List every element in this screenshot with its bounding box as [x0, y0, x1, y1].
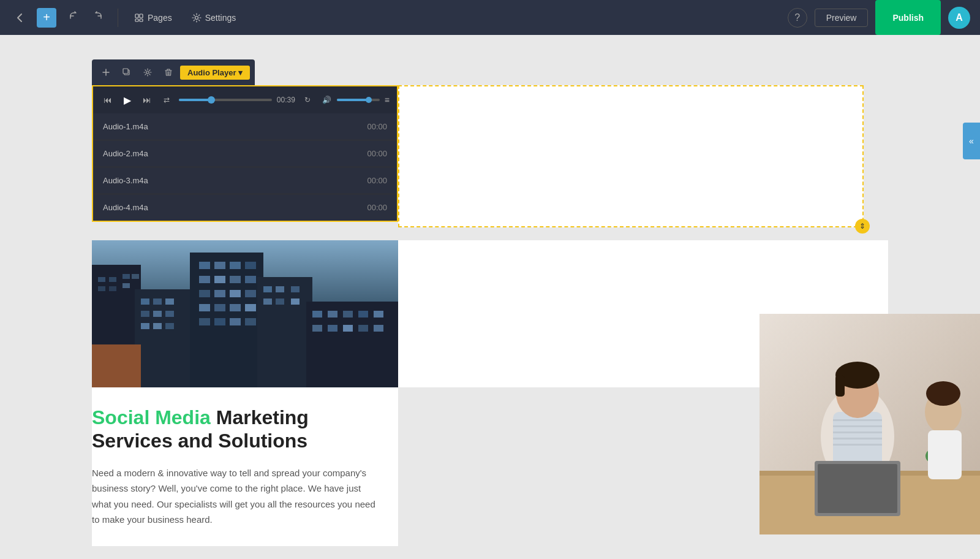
- audio-track-item-3[interactable]: Audio-3.m4a 00:00: [93, 167, 397, 194]
- svg-point-4: [195, 16, 198, 19]
- help-button[interactable]: ?: [788, 8, 807, 28]
- svg-rect-37: [199, 290, 210, 297]
- audio-track-list: Audio-1.m4a 00:00 Audio-2.m4a 00:00 Audi…: [93, 113, 397, 221]
- volume-button[interactable]: 🔊: [320, 93, 334, 107]
- undo-redo-group: [64, 7, 108, 28]
- avatar[interactable]: A: [948, 7, 970, 29]
- progress-fill: [179, 99, 211, 101]
- svg-rect-55: [291, 299, 300, 305]
- settings-label: Settings: [205, 13, 236, 23]
- svg-rect-22: [141, 311, 149, 317]
- widget-delete-button[interactable]: [159, 63, 178, 82]
- player-controls: ⏮ ▶ ⏭ ⇄ 00:39 ↻ 🔊: [93, 86, 397, 113]
- content-drop-zone[interactable]: ⇕: [398, 85, 864, 227]
- svg-rect-66: [358, 325, 368, 332]
- text-content-block: Social Media Marketing Services and Solu…: [92, 387, 398, 546]
- svg-rect-67: [374, 325, 383, 332]
- svg-rect-63: [312, 325, 322, 332]
- volume-section: 🔊: [320, 93, 380, 107]
- publish-button[interactable]: Publish: [875, 0, 941, 35]
- playlist-button[interactable]: ≡: [385, 95, 390, 105]
- svg-rect-11: [98, 277, 105, 282]
- audio-player-label-button[interactable]: Audio Player ▾: [180, 66, 250, 80]
- undo-button[interactable]: [64, 7, 85, 28]
- widget-settings-icon-button[interactable]: [138, 63, 157, 82]
- svg-rect-34: [214, 276, 225, 283]
- svg-rect-36: [245, 276, 256, 283]
- back-button[interactable]: [10, 8, 29, 28]
- resize-handle[interactable]: ⇕: [855, 219, 870, 234]
- right-content-column: [398, 240, 888, 546]
- svg-rect-47: [230, 318, 241, 325]
- svg-point-88: [926, 381, 960, 406]
- svg-rect-42: [214, 304, 225, 311]
- pages-button[interactable]: Pages: [128, 9, 178, 26]
- svg-rect-29: [199, 262, 210, 269]
- svg-rect-75: [833, 432, 882, 433]
- dropdown-icon: ▾: [238, 68, 243, 77]
- page-content-section: Social Media Marketing Services and Solu…: [0, 240, 980, 546]
- sidebar-toggle-button[interactable]: «: [963, 123, 980, 159]
- svg-rect-76: [833, 438, 882, 439]
- audio-track-item-1[interactable]: Audio-1.m4a 00:00: [93, 113, 397, 140]
- audio-track-item-2[interactable]: Audio-2.m4a 00:00: [93, 140, 397, 167]
- svg-rect-1: [140, 14, 143, 18]
- svg-rect-19: [141, 299, 149, 305]
- audio-track-item-4[interactable]: Audio-4.m4a 00:00: [93, 194, 397, 221]
- svg-rect-59: [328, 311, 337, 318]
- svg-rect-23: [153, 311, 162, 317]
- svg-rect-80: [835, 375, 845, 397]
- svg-rect-54: [276, 299, 284, 305]
- progress-bar[interactable]: [179, 99, 272, 101]
- player-content-row: ⏮ ▶ ⏭ ⇄ 00:39 ↻ 🔊: [92, 85, 778, 222]
- preview-button[interactable]: Preview: [815, 9, 869, 27]
- audio-player[interactable]: ⏮ ▶ ⏭ ⇄ 00:39 ↻ 🔊: [92, 85, 398, 222]
- help-icon: ?: [794, 12, 800, 23]
- volume-fill: [337, 99, 369, 101]
- svg-rect-48: [245, 318, 256, 325]
- redo-button[interactable]: [87, 7, 108, 28]
- svg-point-7: [146, 71, 149, 74]
- svg-rect-30: [214, 262, 225, 269]
- svg-rect-61: [358, 311, 368, 318]
- track-name-2: Audio-2.m4a: [103, 149, 148, 158]
- sidebar-toggle-icon: «: [969, 136, 974, 146]
- left-content-column: Social Media Marketing Services and Solu…: [92, 240, 398, 546]
- widget-duplicate-button[interactable]: [118, 63, 136, 82]
- track-time-1: 00:00: [367, 122, 387, 131]
- previous-button[interactable]: ⏮: [100, 93, 115, 107]
- svg-rect-43: [230, 304, 241, 311]
- svg-rect-82: [818, 464, 897, 513]
- svg-rect-2: [135, 19, 138, 21]
- play-button[interactable]: ▶: [120, 93, 135, 107]
- svg-rect-38: [214, 290, 225, 297]
- svg-rect-21: [165, 299, 174, 305]
- repeat-button[interactable]: ↻: [300, 93, 315, 107]
- svg-rect-53: [263, 299, 272, 305]
- settings-button[interactable]: Settings: [186, 9, 243, 26]
- volume-bar[interactable]: [337, 99, 380, 101]
- shuffle-button[interactable]: ⇄: [159, 93, 174, 107]
- add-element-button[interactable]: +: [37, 8, 56, 28]
- page-headline: Social Media Marketing Services and Solu…: [92, 406, 380, 453]
- svg-rect-35: [230, 276, 241, 283]
- body-text: Need a modern & innovative way to tell a…: [92, 465, 380, 528]
- svg-rect-74: [833, 425, 882, 427]
- next-button[interactable]: ⏭: [140, 93, 154, 107]
- svg-rect-45: [199, 318, 210, 325]
- widget-add-button[interactable]: [97, 63, 115, 82]
- track-time-3: 00:00: [367, 176, 387, 185]
- svg-rect-39: [230, 290, 241, 297]
- svg-rect-51: [276, 286, 284, 292]
- svg-rect-20: [153, 299, 162, 305]
- svg-rect-32: [245, 262, 256, 269]
- svg-rect-77: [833, 444, 882, 446]
- svg-rect-12: [98, 286, 105, 291]
- building-illustration: [92, 240, 398, 387]
- headline-green: Social Media: [92, 406, 211, 428]
- person-illustration: [760, 314, 980, 534]
- svg-rect-62: [374, 311, 383, 318]
- pages-label: Pages: [148, 13, 172, 23]
- svg-rect-58: [312, 311, 322, 318]
- progress-thumb: [208, 96, 215, 104]
